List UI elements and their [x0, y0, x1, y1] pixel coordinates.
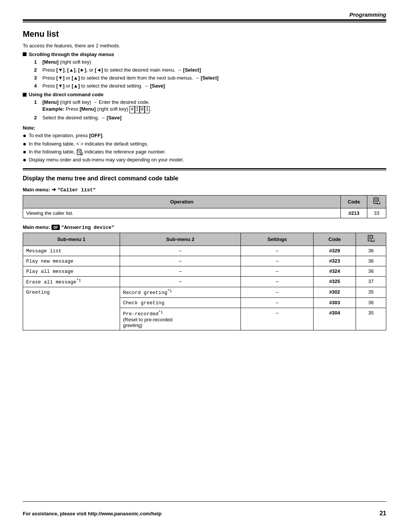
td-sub2: –: [120, 256, 241, 266]
svg-text:pg: pg: [372, 239, 375, 242]
td-code: #323: [314, 256, 356, 266]
td-code: #325: [314, 276, 356, 287]
footer: For assistance, please visit http://www.…: [23, 510, 386, 517]
td-sub1-greeting: Greeting: [23, 287, 120, 330]
note-item-3: ● In the following table, p indicates th…: [23, 149, 386, 156]
menu-list-title: Menu list: [23, 29, 386, 39]
note-title: Note:: [23, 125, 386, 131]
table-row: Greeting Record greeting*1 – #302 35: [23, 287, 386, 297]
method1-section: Scrolling through the display menus 1 [M…: [23, 52, 386, 90]
td-sub2: –: [120, 276, 241, 287]
answering-device-table: Sub-menu 1 Sub-menu 2 Settings Code: [23, 233, 386, 330]
method1-title: Scrolling through the display menus: [29, 52, 114, 57]
method2-steps: 1 [Menu] (right soft key) → Enter the de…: [34, 99, 386, 121]
td-settings: –: [241, 298, 314, 308]
td-code: #303: [314, 298, 356, 308]
td-code: #324: [314, 266, 356, 276]
method1-steps: 1 [Menu] (right soft key) 2 Press [▼], […: [34, 59, 386, 90]
th-code2: Code: [314, 233, 356, 246]
td-ref: 36: [356, 266, 386, 276]
method1-header: Scrolling through the display menus: [23, 52, 386, 57]
method1-step3: 3 Press [▼] or [▲] to select the desired…: [34, 75, 386, 81]
method2-step2: 2 Select the desired setting. → [Save]: [34, 114, 386, 121]
ref-page-icon: p: [76, 149, 83, 155]
td-sub1: Message list: [23, 246, 120, 256]
td-code: #304: [314, 308, 356, 330]
main-content: Menu list To access the features, there …: [0, 22, 409, 344]
th-ref: pg: [367, 195, 386, 208]
td-ref: 36: [356, 256, 386, 266]
td-operation: Viewing the caller list.: [23, 208, 341, 218]
table-row: Viewing the caller list. #213 33: [23, 208, 386, 218]
method2-step1: 1 [Menu] (right soft key) → Enter the de…: [34, 99, 386, 113]
td-sub2: Check greeting: [120, 298, 241, 308]
th-code: Code: [341, 195, 367, 208]
th-submenu2: Sub-menu 2: [120, 233, 241, 246]
section-divider-thick: [23, 168, 386, 169]
method2-section: Using the direct command code 1 [Menu] (…: [23, 92, 386, 121]
method1-step1: 1 [Menu] (right soft key): [34, 59, 386, 66]
answering-icon: QD: [52, 225, 60, 230]
caller-arrow-icon: ➔: [52, 186, 56, 192]
th-settings: Settings: [241, 233, 314, 246]
page: Programming Menu list To access the feat…: [0, 0, 409, 532]
programming-title: Programming: [349, 11, 386, 18]
method2-title: Using the direct command code: [29, 92, 103, 97]
th-submenu1: Sub-menu 1: [23, 233, 120, 246]
td-code: #329: [314, 246, 356, 256]
answering-device-label: Main menu: QD "Answering device": [23, 224, 386, 230]
note-item-1: ● To exit the operation, press [OFF].: [23, 132, 386, 139]
method1-step4: 4 Press [▼] or [▲] to select the desired…: [34, 83, 386, 89]
td-ref: 35: [356, 308, 386, 330]
td-settings: –: [241, 276, 314, 287]
table-row: Message list – – #329 36: [23, 246, 386, 256]
note-item-4: ● Display menu order and sub-menu may va…: [23, 156, 386, 163]
td-sub2: –: [120, 246, 241, 256]
th-ref2: pg: [356, 233, 386, 246]
footer-rule: [23, 501, 386, 502]
td-code: #302: [314, 287, 356, 297]
table-row: Erase all message*1 – – #325 37: [23, 276, 386, 287]
footer-assistance-text: For assistance, please visit http://www.…: [23, 511, 162, 516]
section-header: Programming: [0, 0, 409, 19]
td-sub1: Play new message: [23, 256, 120, 266]
ref-icon-th: pg: [373, 197, 381, 205]
td-ref: 35: [356, 287, 386, 297]
method1-step2: 2 Press [▼], [▲], [►], or [◄] to select …: [34, 67, 386, 74]
svg-text:p: p: [81, 153, 83, 156]
td-sub1: Play all message: [23, 266, 120, 276]
td-settings: –: [241, 256, 314, 266]
intro-text: To access the features, there are 2 meth…: [23, 43, 386, 49]
header-rule-thick: [23, 19, 386, 21]
menu-tree-title: Display the menu tree and direct command…: [23, 175, 386, 182]
bullet-icon: [23, 52, 27, 56]
td-settings: –: [241, 266, 314, 276]
td-settings: –: [241, 308, 314, 330]
table-row: Play all message – – #324 36: [23, 266, 386, 276]
note-item-2: ● In the following table, < > indicates …: [23, 141, 386, 147]
td-settings: –: [241, 246, 314, 256]
method2-header: Using the direct command code: [23, 92, 386, 97]
td-ref: 36: [356, 298, 386, 308]
bullet-icon-2: [23, 93, 27, 97]
caller-list-table-section: Main menu: ➔ "Caller list" Operation Cod…: [23, 186, 386, 218]
td-code: #213: [341, 208, 367, 218]
td-ref: 36: [356, 246, 386, 256]
td-ref: 33: [367, 208, 386, 218]
svg-text:pg: pg: [377, 202, 380, 204]
caller-list-label: Main menu: ➔ "Caller list": [23, 186, 386, 193]
td-sub2: Record greeting*1: [120, 287, 241, 297]
caller-list-table: Operation Code pg: [23, 195, 386, 218]
table-row: Play new message – – #323 36: [23, 256, 386, 266]
table-header-row: Operation Code pg: [23, 195, 386, 208]
note-section: Note: ● To exit the operation, press [OF…: [23, 125, 386, 163]
page-number: 21: [379, 510, 386, 517]
table2-header-row: Sub-menu 1 Sub-menu 2 Settings Code: [23, 233, 386, 246]
td-sub2: –: [120, 266, 241, 276]
answering-device-table-section: Main menu: QD "Answering device" Sub-men…: [23, 224, 386, 330]
td-sub1: Erase all message*1: [23, 276, 120, 287]
section-divider-thin: [23, 170, 386, 171]
td-settings: –: [241, 287, 314, 297]
td-ref: 37: [356, 276, 386, 287]
td-sub2: Pre-recorded*1(Reset to pre-recordedgree…: [120, 308, 241, 330]
